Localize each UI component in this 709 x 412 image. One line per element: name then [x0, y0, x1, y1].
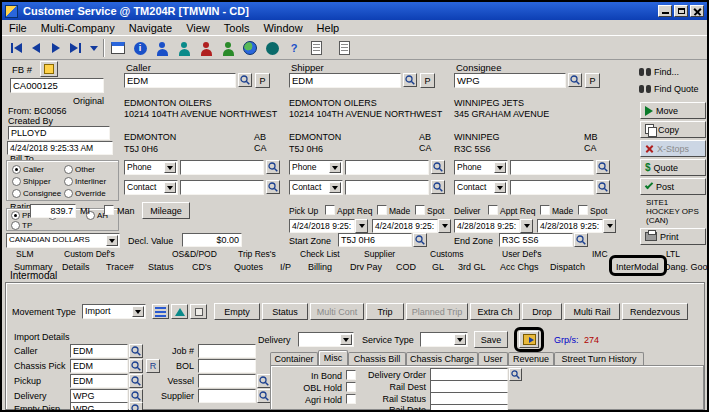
bill-to-radio-other[interactable] [64, 165, 73, 174]
tab-billing[interactable]: Billing [308, 262, 332, 272]
driver-button[interactable] [196, 38, 216, 58]
tab-3rd-gl[interactable]: 3rd GL [458, 262, 486, 272]
pickup-spot-checkbox[interactable] [415, 205, 425, 215]
chevron-down-icon[interactable] [340, 334, 352, 345]
shipper-phone-field[interactable] [345, 160, 429, 175]
deliver-spot-checkbox[interactable] [578, 205, 588, 215]
imtab-misc[interactable]: Misc [318, 350, 348, 365]
rail-date-field[interactable] [430, 404, 508, 412]
multi-rail-button[interactable]: Multi Rail [564, 303, 620, 320]
service-type-dropdown[interactable] [420, 332, 468, 347]
empty-button[interactable]: Empty [214, 303, 260, 320]
bill-to-radio-caller[interactable] [12, 165, 21, 174]
post-button[interactable]: Post [640, 178, 706, 195]
fb-number-field[interactable]: CA000125 [10, 78, 104, 93]
copy-button[interactable]: Copy [640, 121, 706, 138]
deliver-appt-req-checkbox[interactable] [488, 205, 498, 215]
chevron-down-icon[interactable] [494, 162, 506, 173]
imtab-container[interactable]: Container [270, 352, 318, 365]
consignee-phone-dropdown[interactable]: Phone [454, 160, 508, 175]
shipper-phone-button[interactable] [431, 160, 445, 174]
find-quote-button[interactable]: Find Quote [638, 81, 706, 96]
customer-button[interactable] [152, 38, 172, 58]
deliver-latest-field[interactable]: 4/28/2018 9:25: [537, 219, 603, 233]
bill-to-radio-shipper[interactable] [12, 177, 21, 186]
chevron-down-icon[interactable] [164, 162, 176, 173]
imtab-street-turn-history[interactable]: Street Turn History [554, 352, 644, 365]
tab-drv-pay[interactable]: Drv Pay [350, 262, 382, 272]
chevron-down-icon[interactable] [106, 235, 118, 246]
status-button[interactable]: Status [262, 303, 308, 320]
tab-check-list[interactable]: Check List [300, 249, 340, 259]
im-pickup-field[interactable]: EDM [70, 374, 128, 388]
pickup-made-checkbox[interactable] [377, 205, 387, 215]
mileage-button[interactable]: Mileage [142, 202, 190, 219]
menu-help[interactable]: Help [310, 21, 347, 35]
deliver-latest-dropdown-button[interactable] [603, 219, 616, 233]
tab-trace[interactable]: Trace# [106, 262, 134, 272]
next-record-button[interactable] [46, 38, 66, 58]
info-button[interactable]: i [130, 38, 150, 58]
chassis-pick-lookup-button[interactable] [129, 359, 143, 373]
deliver-earliest-dropdown-button[interactable] [520, 219, 533, 233]
im-pickup-lookup-button[interactable] [129, 374, 143, 388]
nav-dropdown-button[interactable] [88, 38, 100, 58]
tab-trip-res[interactable]: Trip Res's [238, 249, 276, 259]
consignee-phone-field[interactable] [510, 160, 594, 175]
planned-trip-button[interactable]: Planned Trip [406, 303, 468, 320]
document-button[interactable] [306, 38, 326, 58]
empty-disp-field[interactable]: WPG [70, 402, 128, 412]
chevron-down-icon[interactable] [164, 182, 176, 193]
tab-dispatch[interactable]: Dispatch [550, 262, 585, 272]
save-button[interactable]: Save [474, 331, 508, 348]
chevron-down-icon[interactable] [132, 306, 144, 317]
vessel-lookup-button[interactable] [257, 374, 271, 388]
bol-field[interactable] [198, 359, 256, 373]
chevron-down-icon[interactable] [329, 162, 341, 173]
world-button[interactable] [240, 38, 260, 58]
tab-slm[interactable]: SLM [16, 249, 33, 259]
menu-file[interactable]: File [2, 21, 34, 35]
caller-contact-dropdown[interactable]: Contact [124, 180, 178, 195]
tab-quotes[interactable]: Quotes [234, 262, 263, 272]
maximize-button[interactable] [674, 5, 688, 17]
tab-details[interactable]: Details [62, 262, 90, 272]
chevron-down-icon[interactable] [329, 182, 341, 193]
shipper-p-button[interactable]: P [420, 73, 435, 88]
deliver-made-checkbox[interactable] [540, 205, 550, 215]
move-button[interactable]: Move [640, 102, 706, 119]
caller-lookup-button[interactable] [238, 73, 252, 87]
trip-button[interactable]: Trip [366, 303, 404, 320]
chevron-down-icon[interactable] [494, 182, 506, 193]
end-zone-field[interactable]: R3C 5S6 [499, 233, 573, 247]
rating-radio-tp[interactable] [11, 221, 20, 230]
end-zone-lookup-button[interactable] [574, 233, 588, 247]
sort-up-button[interactable] [171, 304, 188, 319]
last-record-button[interactable] [66, 38, 86, 58]
caller-p-button[interactable]: P [255, 73, 270, 88]
bill-to-radio-interliner[interactable] [64, 177, 73, 186]
caller-contact-button[interactable] [266, 180, 280, 194]
tab-supplier[interactable]: Supplier [364, 249, 395, 259]
caller-phone-button[interactable] [266, 160, 280, 174]
tab-ltl[interactable]: LTL [666, 249, 680, 259]
minimize-button[interactable] [658, 5, 672, 17]
find-button[interactable]: Find... [638, 64, 706, 79]
export-button[interactable] [334, 38, 354, 58]
job-number-field[interactable] [198, 344, 256, 358]
caller-phone-field[interactable] [180, 160, 264, 175]
extra-charges-button[interactable]: Extra Ch [470, 303, 520, 320]
start-zone-lookup-button[interactable] [413, 233, 427, 247]
mileage-field[interactable]: 839.7 [30, 204, 76, 218]
movement-type-dropdown[interactable]: Import [82, 304, 146, 319]
bill-to-radio-override[interactable] [64, 189, 73, 198]
tools-button[interactable] [262, 38, 282, 58]
close-button[interactable] [690, 5, 704, 17]
shipper-code-field[interactable]: EDM [289, 73, 401, 88]
consignee-contact-field[interactable] [510, 180, 594, 195]
shipper-contact-dropdown[interactable]: Contact [289, 180, 343, 195]
imtab-user[interactable]: User [478, 352, 508, 365]
created-date-field[interactable]: 4/24/2018 9:25:33 AM [7, 141, 113, 155]
imtab-chassis-bill[interactable]: Chassis Bill [348, 352, 406, 365]
tab-gl[interactable]: GL [432, 262, 444, 272]
